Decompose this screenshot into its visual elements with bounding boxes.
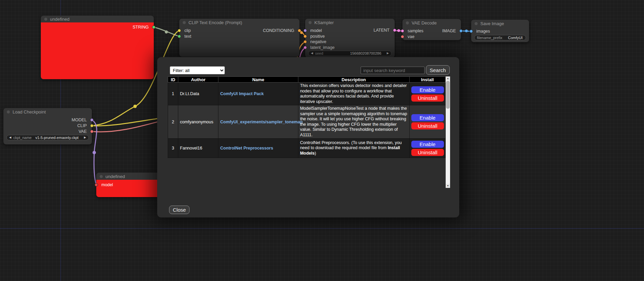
input-port-images[interactable] <box>469 30 473 33</box>
input-label: model <box>101 182 113 187</box>
wire-dot-clip <box>133 105 137 108</box>
enable-button[interactable]: Enable <box>411 114 444 121</box>
ext-name-link[interactable]: ComfyUI_experiments/sampler_tonemap <box>220 120 302 124</box>
ext-description: ControlNet Preprocessors. (To use this e… <box>298 139 409 158</box>
collapse-dot-icon[interactable] <box>475 22 478 25</box>
output-port-conditioning[interactable] <box>298 29 301 32</box>
node-title: undefined <box>50 17 69 22</box>
uninstall-button[interactable]: Uninstall <box>411 94 444 102</box>
node-title: Save Image <box>480 21 504 26</box>
ext-id: 3 <box>168 139 178 158</box>
node-title: KSampler <box>314 20 334 25</box>
table-header-row: ID Author Name Description Install <box>168 77 446 83</box>
ckpt-name-widget[interactable]: ◀ ckpt_name v1-5-pruned-emaonly.ckpt ▶ <box>6 135 89 140</box>
collapse-dot-icon[interactable] <box>309 21 312 24</box>
node-undefined-top[interactable]: undefined STRING <box>41 16 154 79</box>
node-header[interactable]: Load Checkpoint <box>3 108 92 116</box>
search-input[interactable] <box>361 67 425 74</box>
collapse-dot-icon[interactable] <box>100 175 103 178</box>
extension-row: 2 comfyanonymous ComfyUI_experiments/sam… <box>168 105 446 139</box>
collapse-dot-icon[interactable] <box>183 21 186 24</box>
node-save-image[interactable]: Save Image images filename_prefix ComfyU… <box>471 20 529 42</box>
input-label: text <box>184 34 191 39</box>
extension-row: 3 Fannovel16 ControlNet Preprocessors Co… <box>168 139 446 158</box>
ext-name-link[interactable]: ComfyUI Impact Pack <box>220 91 264 96</box>
seed-widget[interactable]: ◀ seed 156680208700286 ▶ <box>308 51 392 56</box>
output-port-latent[interactable] <box>393 29 396 32</box>
output-label: CLIP <box>77 123 87 128</box>
output-port-image[interactable] <box>459 29 463 33</box>
ext-install-cell: Enable Uninstall <box>409 83 445 105</box>
input-label: negative <box>310 39 326 44</box>
node-header[interactable]: CLIP Text Encode (Prompt) <box>179 19 299 26</box>
input-label: vae <box>408 34 414 39</box>
node-header[interactable]: undefined <box>41 16 154 22</box>
node-header[interactable]: KSampler <box>305 19 395 26</box>
ext-id: 1 <box>168 83 178 105</box>
uninstall-button[interactable]: Uninstall <box>411 122 444 129</box>
arrow-left-icon[interactable]: ◀ <box>9 136 11 139</box>
arrow-left-icon[interactable]: ◀ <box>311 52 313 55</box>
uninstall-button[interactable]: Uninstall <box>411 149 444 156</box>
extension-manager-dialog: Filter: all Search ID Author Name Descri… <box>157 57 459 217</box>
node-title: Load Checkpoint <box>13 109 46 115</box>
column-header-author: Author <box>178 77 218 83</box>
enable-button[interactable]: Enable <box>411 86 444 93</box>
collapse-dot-icon[interactable] <box>7 110 10 113</box>
scrollbar-thumb[interactable] <box>446 81 450 109</box>
ext-author: comfyanonymous <box>178 105 218 139</box>
search-button[interactable]: Search <box>426 65 450 75</box>
node-undefined-bottom[interactable]: undefined model <box>96 173 160 197</box>
extension-row: 1 Dr.Lt.Data ComfyUI Impact Pack This ex… <box>168 83 446 105</box>
output-port-clip[interactable] <box>90 124 94 127</box>
ext-install-cell: Enable Uninstall <box>409 139 445 158</box>
collapse-dot-icon[interactable] <box>44 18 47 21</box>
input-port-text[interactable] <box>178 35 181 38</box>
node-load-checkpoint[interactable]: Load Checkpoint MODEL CLIP VAE ◀ ckpt_na… <box>3 108 92 144</box>
column-header-name: Name <box>218 77 298 83</box>
output-port-vae[interactable] <box>90 130 94 133</box>
enable-button[interactable]: Enable <box>411 141 444 148</box>
node-vae-decode[interactable]: VAE Decode samples vae IMAGE <box>402 19 461 40</box>
widget-name: seed <box>315 51 323 55</box>
node-header[interactable]: undefined <box>96 173 160 180</box>
filter-select[interactable]: Filter: all <box>170 66 225 74</box>
extension-table: ID Author Name Description Install 1 Dr.… <box>168 76 446 158</box>
collapse-dot-icon[interactable] <box>406 21 409 24</box>
node-header[interactable]: VAE Decode <box>402 19 461 27</box>
input-port-positive[interactable] <box>303 35 307 38</box>
node-clip-text-encode[interactable]: CLIP Text Encode (Prompt) clip text COND… <box>179 19 299 57</box>
table-scrollbar[interactable]: ▲ ▼ <box>446 76 450 188</box>
widget-value: v1-5-pruned-emaonly.ckpt <box>35 136 79 140</box>
column-header-install: Install <box>409 77 445 83</box>
desc-text: ) <box>315 151 316 156</box>
wire-dot-model <box>93 151 96 154</box>
widget-value: 156680208700286 <box>350 51 381 55</box>
arrow-right-icon[interactable]: ▶ <box>84 136 86 139</box>
ext-name-cell: ControlNet Preprocessors <box>218 139 298 158</box>
ext-name-link[interactable]: ControlNet Preprocessors <box>220 146 273 151</box>
output-label: MODEL <box>72 118 87 122</box>
ext-author: Fannovel16 <box>178 139 218 158</box>
node-header[interactable]: Save Image <box>471 20 529 27</box>
wire-dot-string <box>165 31 168 34</box>
widget-name: ckpt_name <box>13 136 32 140</box>
column-header-description: Description <box>298 77 409 83</box>
filename-prefix-widget[interactable]: filename_prefix ComfyUI <box>474 35 526 40</box>
arrow-right-icon[interactable]: ▶ <box>387 52 389 55</box>
input-port-latent-image[interactable] <box>303 46 307 49</box>
scroll-down-icon[interactable]: ▼ <box>446 184 450 188</box>
scroll-up-icon[interactable]: ▲ <box>446 76 450 81</box>
node-error-body <box>41 22 154 79</box>
input-port-model[interactable] <box>95 183 98 187</box>
input-port-negative[interactable] <box>303 40 307 43</box>
widget-name: filename_prefix <box>477 36 502 40</box>
ext-id: 2 <box>168 105 178 139</box>
close-button[interactable]: Close <box>169 206 189 214</box>
input-port-vae[interactable] <box>401 35 404 38</box>
node-ksampler[interactable]: KSampler model positive negative latent_… <box>305 19 395 58</box>
ext-description: This extension offers various detector n… <box>298 83 409 105</box>
wire-dot-image <box>465 30 468 32</box>
output-port-model[interactable] <box>90 118 94 122</box>
output-port-string[interactable] <box>152 25 155 29</box>
